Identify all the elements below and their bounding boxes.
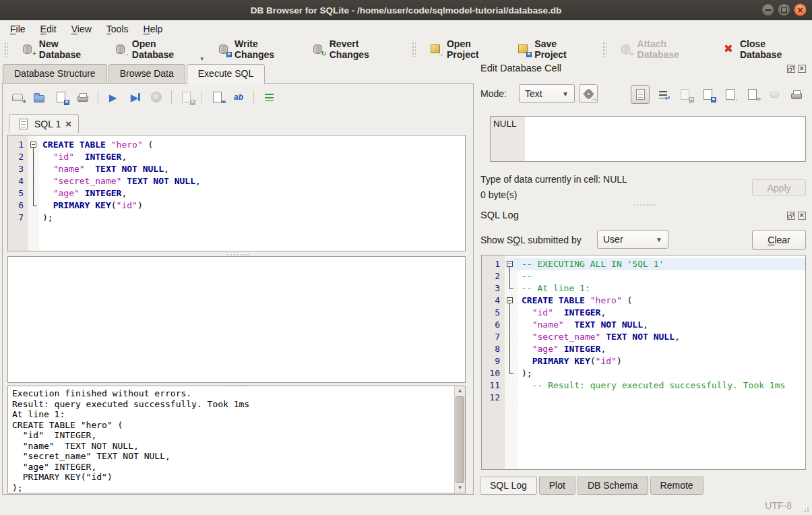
export-results-button[interactable]: ▾ — [180, 90, 194, 104]
code-line[interactable]: 1CREATE TABLE "hero" ( — [8, 139, 465, 151]
open-database-button[interactable]: →Open Database▾ — [114, 38, 204, 60]
code-line[interactable]: 2 "id" INTEGER, — [8, 151, 465, 163]
apply-button[interactable]: Apply — [752, 179, 806, 196]
menu-view[interactable]: View — [64, 22, 99, 36]
results-grid[interactable] — [7, 256, 466, 383]
code-line[interactable]: 2-- — [482, 270, 805, 282]
sql-log-view[interactable]: 1-- EXECUTING ALL IN 'SQL 1'2--3-- At li… — [481, 255, 806, 470]
execution-log[interactable]: Execution finished without errors. Resul… — [7, 386, 466, 493]
tab-execute-sql[interactable]: Execute SQL — [187, 64, 266, 84]
line-number: 11 — [482, 380, 505, 392]
code-line[interactable]: 1-- EXECUTING ALL IN 'SQL 1' — [482, 258, 805, 270]
float-panel-icon[interactable] — [787, 65, 795, 73]
new-database-button[interactable]: +New Database — [21, 38, 101, 60]
execute-all-button[interactable]: ▶ — [106, 90, 120, 104]
save-as-button[interactable] — [699, 86, 716, 103]
stop-button[interactable]: × — [150, 90, 163, 104]
find-replace-button[interactable]: ∞ — [210, 90, 224, 104]
attach-database-button[interactable]: ∞Attach Database — [619, 38, 709, 60]
dock-splitter-handle[interactable] — [631, 203, 657, 206]
sql-editor[interactable]: 1CREATE TABLE "hero" (2 "id" INTEGER,3 "… — [7, 135, 466, 251]
scrollbar[interactable]: ▲ ▼ — [454, 386, 465, 493]
close-tab-icon[interactable]: × — [65, 119, 71, 129]
menu-help[interactable]: Help — [136, 22, 170, 36]
sql-document-tab[interactable]: SQL 1 × — [9, 114, 79, 133]
export-cell-button[interactable]: → — [721, 86, 739, 103]
window-controls — [761, 3, 807, 16]
code-line[interactable]: 7 "secret_name" TEXT NOT NULL, — [482, 331, 805, 343]
mode-label: Mode: — [480, 88, 507, 99]
word-wrap-button[interactable]: ↵ — [654, 86, 672, 103]
text-mode-button[interactable] — [631, 85, 650, 104]
close-button[interactable] — [794, 3, 807, 16]
save-cell-button[interactable]: ▾ — [677, 86, 694, 103]
tab-new-icon: + — [11, 90, 24, 104]
close-panel-icon[interactable] — [798, 65, 806, 73]
play-icon: ▶ — [106, 90, 120, 104]
code-line[interactable]: 10); — [482, 367, 805, 380]
encoding-indicator[interactable]: UTF-8 — [765, 500, 792, 511]
scroll-thumb[interactable] — [456, 396, 464, 483]
toolbar-handle[interactable] — [4, 42, 8, 57]
close-database-button[interactable]: ✖Close Database — [722, 38, 808, 60]
code-line[interactable]: 11 -- Result: query executed successfull… — [482, 380, 805, 392]
line-number: 7 — [8, 212, 28, 224]
menu-edit[interactable]: Edit — [33, 22, 64, 36]
code-line[interactable]: 5 "id" INTEGER, — [482, 307, 805, 319]
dock-tab-plot[interactable]: Plot — [539, 477, 575, 495]
code-line[interactable]: 6 PRIMARY KEY("id") — [8, 200, 465, 212]
dock-tab-remote[interactable]: Remote — [650, 477, 704, 495]
code-line[interactable]: 8 "age" INTEGER, — [482, 343, 805, 355]
code-line[interactable]: 6 "name" TEXT NOT NULL, — [482, 319, 805, 331]
save-project-button[interactable]: Save Project — [516, 38, 589, 60]
scroll-down-icon[interactable]: ▼ — [455, 483, 465, 493]
close-panel-icon[interactable] — [798, 212, 806, 220]
import-cell-button[interactable]: ∞ — [743, 86, 761, 103]
cell-mode-select[interactable]: Text ▼ — [519, 84, 575, 103]
code-line[interactable]: 9 PRIMARY KEY("id") — [482, 355, 805, 367]
set-null-button[interactable] — [766, 86, 783, 103]
dock-tab-sql-log[interactable]: SQL Log — [480, 477, 537, 495]
open-project-button[interactable]: →Open Project — [429, 38, 503, 60]
fold-margin[interactable] — [505, 295, 518, 307]
maximize-button[interactable] — [778, 3, 790, 16]
code-line[interactable]: 5 "age" INTEGER, — [8, 187, 465, 200]
toolbar-handle[interactable] — [412, 42, 416, 57]
code-line[interactable]: 12 — [482, 392, 805, 404]
write-changes-button[interactable]: Write Changes — [216, 38, 299, 60]
sql-log-filter-select[interactable]: User ▼ — [597, 230, 668, 249]
apply-settings-button[interactable]: → — [579, 84, 598, 103]
print-cell-button[interactable] — [788, 86, 805, 103]
resize-grip[interactable] — [801, 504, 810, 513]
dock-tab-db-schema[interactable]: DB Schema — [577, 477, 648, 495]
cell-editor[interactable]: NULL — [490, 116, 806, 162]
float-panel-icon[interactable] — [787, 212, 795, 220]
menu-tools[interactable]: Tools — [99, 22, 136, 36]
fold-margin[interactable] — [28, 139, 39, 151]
line-number: 3 — [482, 282, 505, 295]
title-bar[interactable]: DB Browser for SQLite - /home/user/code/… — [0, 0, 812, 21]
minimize-button[interactable] — [761, 3, 774, 16]
new-tab-button[interactable]: + — [11, 90, 24, 104]
open-sql-file-button[interactable] — [32, 90, 46, 104]
execute-current-line-button[interactable]: ▶ — [128, 90, 142, 104]
menu-file[interactable]: File — [3, 22, 33, 36]
db-attach-icon: ∞ — [619, 42, 633, 56]
code-line[interactable]: 3 "name" TEXT NOT NULL, — [8, 163, 465, 175]
code-line[interactable]: 4CREATE TABLE "hero" ( — [482, 295, 805, 307]
scroll-up-icon[interactable]: ▲ — [455, 386, 465, 396]
clear-log-button[interactable]: Clear — [752, 230, 806, 250]
print-button[interactable] — [76, 90, 90, 104]
query-list-button[interactable] — [262, 90, 276, 104]
revert-changes-button[interactable]: ↻Revert Changes — [311, 38, 399, 60]
fold-margin[interactable] — [505, 258, 518, 270]
gear-icon: → — [582, 87, 595, 100]
code-line[interactable]: 4 "secret_name" TEXT NOT NULL, — [8, 175, 465, 187]
save-sql-file-button[interactable]: ▾ — [54, 90, 68, 104]
auto-format-button[interactable]: ab — [232, 90, 245, 104]
tab-browse-data[interactable]: Browse Data — [108, 64, 185, 83]
tab-database-structure[interactable]: Database Structure — [3, 64, 107, 83]
code-line[interactable]: 7); — [8, 212, 465, 224]
code-line[interactable]: 3-- At line 1: — [482, 282, 805, 295]
toolbar-handle[interactable] — [602, 42, 606, 57]
